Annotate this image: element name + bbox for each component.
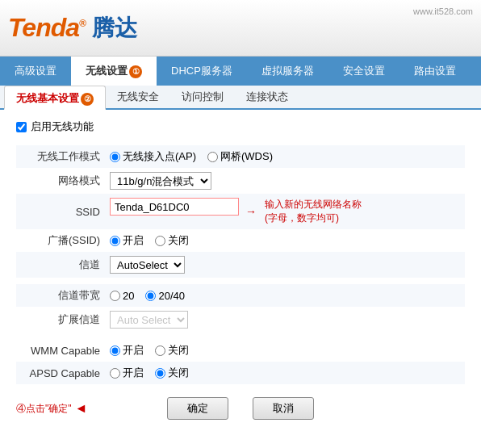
radio-group-work-mode: 无线接入点(AP) 网桥(WDS): [110, 149, 460, 164]
nav-item-security[interactable]: 安全设置: [328, 57, 399, 86]
radio-broadcast-off-text: 关闭: [168, 233, 189, 248]
subnav-item-status[interactable]: 连接状态: [235, 85, 299, 109]
nav-circle-1: ①: [129, 65, 142, 78]
table-row: APSD Capable 开启 关闭: [16, 362, 465, 384]
radio-broadcast-on-text: 开启: [123, 233, 144, 248]
value-wmm: 开启 关闭: [105, 339, 465, 362]
radio-wds-text: 网桥(WDS): [220, 149, 273, 164]
radio-20-text: 20: [123, 290, 134, 302]
form-table: 无线工作模式 无线接入点(AP) 网桥(WDS) 网络模式: [16, 145, 465, 384]
enable-wireless-checkbox[interactable]: [16, 122, 27, 132]
radio-ap[interactable]: [110, 152, 120, 162]
select-net-mode[interactable]: 11b/g/n混合模式 11b/g模式 11n模式: [110, 172, 211, 190]
label-bandwidth: 信道带宽: [16, 284, 105, 307]
radio-group-bandwidth: 20 20/40: [110, 290, 460, 302]
cancel-button[interactable]: 取消: [253, 397, 314, 420]
table-row: 信道带宽 20 20/40: [16, 284, 465, 307]
value-ext-channel: Auto Select: [105, 307, 465, 333]
radio-wds[interactable]: [207, 152, 218, 162]
confirm-button[interactable]: 确定: [167, 397, 228, 420]
subnav-item-access[interactable]: 访问控制: [170, 85, 235, 109]
radio-wmm-off[interactable]: [155, 345, 165, 356]
table-row: 网络模式 11b/g/n混合模式 11b/g模式 11n模式: [16, 168, 465, 194]
select-channel[interactable]: AutoSelect 1234 5678 910111213: [110, 256, 185, 274]
label-ext-channel: 扩展信道: [16, 307, 105, 333]
radio-group-apsd: 开启 关闭: [110, 366, 460, 380]
label-work-mode: 无线工作模式: [16, 145, 105, 168]
radio-wmm-on[interactable]: [110, 345, 120, 356]
radio-ap-text: 无线接入点(AP): [123, 149, 196, 164]
value-apsd: 开启 关闭: [105, 362, 465, 384]
ssid-annotation-line2: (字母，数字均可): [265, 211, 362, 225]
label-wmm: WMM Capable: [16, 339, 105, 362]
value-broadcast: 开启 关闭: [105, 229, 465, 252]
radio-wmm-off-text: 关闭: [168, 343, 189, 358]
label-broadcast: 广播(SSID): [16, 229, 105, 252]
nav-bar: 高级设置 无线设置① DHCP服务器 虚拟服务器 安全设置 路由设置: [0, 57, 481, 86]
radio-20-label[interactable]: 20: [110, 290, 134, 302]
subnav-item-basic[interactable]: 无线基本设置②: [4, 86, 106, 110]
logo-area: Tenda® 腾达: [8, 13, 137, 44]
label-ssid: SSID: [16, 194, 105, 229]
label-apsd: APSD Capable: [16, 362, 105, 384]
radio-broadcast-off[interactable]: [155, 236, 165, 246]
content-area: 启用无线功能 无线工作模式 无线接入点(AP) 网桥(WDS): [0, 110, 481, 429]
logo-reg: ®: [79, 18, 86, 29]
radio-group-broadcast: 开启 关闭: [110, 233, 460, 248]
table-row: 广播(SSID) 开启 关闭: [16, 229, 465, 252]
radio-apsd-on-text: 开启: [123, 366, 144, 380]
radio-ap-label[interactable]: 无线接入点(AP): [110, 149, 196, 164]
ssid-input[interactable]: [110, 198, 239, 216]
enable-wireless-label[interactable]: 启用无线功能: [31, 119, 94, 134]
radio-apsd-off[interactable]: [155, 368, 165, 379]
radio-2040-text: 20/40: [158, 290, 185, 302]
watermark-text: www.it528.com: [413, 6, 473, 16]
radio-2040-label[interactable]: 20/40: [145, 290, 185, 302]
radio-broadcast-off-label[interactable]: 关闭: [155, 233, 189, 248]
bottom-annotation-text: ④点击"确定": [16, 402, 72, 416]
table-row: 无线工作模式 无线接入点(AP) 网桥(WDS): [16, 145, 465, 168]
bottom-annotation: ④点击"确定" ◄: [16, 401, 87, 416]
logo-english: Tenda®: [8, 13, 86, 43]
subnav-item-security[interactable]: 无线安全: [106, 85, 170, 109]
nav-item-dhcp[interactable]: DHCP服务器: [157, 57, 247, 86]
select-ext-channel: Auto Select: [110, 311, 188, 329]
nav-item-advanced[interactable]: 高级设置: [0, 57, 71, 86]
subnav-circle-2: ②: [81, 93, 94, 106]
header: Tenda® 腾达 www.it528.com: [0, 0, 481, 57]
radio-apsd-off-label[interactable]: 关闭: [155, 366, 189, 380]
divider-row-2: [16, 333, 465, 339]
radio-20[interactable]: [110, 291, 120, 301]
radio-wmm-on-label[interactable]: 开启: [110, 343, 144, 358]
button-row: ④点击"确定" ◄ 确定 取消: [16, 397, 465, 420]
nav-item-virtual[interactable]: 虚拟服务器: [247, 57, 328, 86]
radio-wmm-off-label[interactable]: 关闭: [155, 343, 189, 358]
label-channel: 信道: [16, 252, 105, 278]
nav-item-wireless[interactable]: 无线设置①: [71, 57, 157, 86]
ssid-annotation-line1: 输入新的无线网络名称: [265, 198, 362, 211]
radio-broadcast-on[interactable]: [110, 236, 120, 246]
value-net-mode: 11b/g/n混合模式 11b/g模式 11n模式: [105, 168, 465, 194]
sub-nav: 无线基本设置② 无线安全 访问控制 连接状态: [0, 86, 481, 110]
logo-chinese: 腾达: [92, 13, 137, 44]
divider-row: [16, 278, 465, 284]
radio-wmm-on-text: 开启: [123, 343, 144, 358]
radio-group-wmm: 开启 关闭: [110, 343, 460, 358]
enable-row: 启用无线功能: [16, 119, 465, 134]
table-row: 扩展信道 Auto Select: [16, 307, 465, 333]
value-work-mode: 无线接入点(AP) 网桥(WDS): [105, 145, 465, 168]
radio-broadcast-on-label[interactable]: 开启: [110, 233, 144, 248]
value-channel: AutoSelect 1234 5678 910111213: [105, 252, 465, 278]
table-row: 信道 AutoSelect 1234 5678 910111213: [16, 252, 465, 278]
value-ssid: → 输入新的无线网络名称 (字母，数字均可): [105, 194, 465, 229]
table-row: WMM Capable 开启 关闭: [16, 339, 465, 362]
radio-apsd-on[interactable]: [110, 368, 120, 379]
radio-apsd-on-label[interactable]: 开启: [110, 366, 144, 380]
ssid-annotation-arrow: →: [245, 205, 257, 218]
radio-apsd-off-text: 关闭: [168, 366, 189, 380]
radio-wds-label[interactable]: 网桥(WDS): [207, 149, 273, 164]
confirm-arrow: ◄: [75, 401, 88, 416]
nav-item-route[interactable]: 路由设置: [399, 57, 471, 86]
radio-2040[interactable]: [145, 291, 156, 301]
value-bandwidth: 20 20/40: [105, 284, 465, 307]
